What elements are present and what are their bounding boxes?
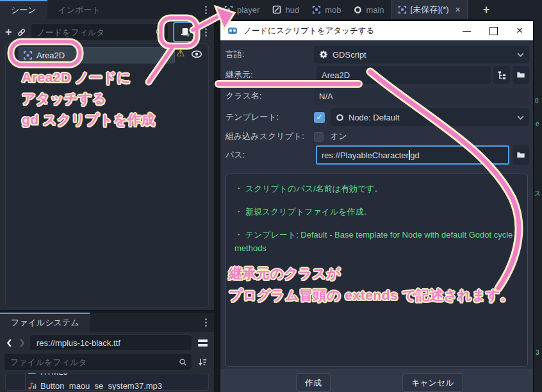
template-dropdown[interactable]: Node: Default [331, 108, 529, 126]
fs-display-mode-button[interactable] [195, 334, 210, 351]
file-filter [4, 353, 192, 371]
maximize-icon[interactable] [489, 27, 498, 35]
scene-tree-menu-icon[interactable] [201, 26, 210, 38]
filesystem-tree[interactable]: HTML5 Button_maou_se_system37.mp3 [5, 373, 209, 391]
filesystem-filter [4, 354, 210, 370]
attach-script-button[interactable] [173, 22, 197, 42]
hud-scene-icon [272, 5, 281, 14]
chevron-down-icon [517, 53, 524, 57]
sort-icon [198, 357, 208, 367]
cancel-button[interactable]: キャンセル [402, 373, 463, 392]
scene-dock-tabbar: シーン インポート [0, 0, 214, 19]
tree-row-folder-clipped[interactable]: HTML5 [6, 373, 208, 378]
template-checkbox[interactable]: ✓ [314, 112, 325, 123]
node-icon [336, 113, 344, 122]
path-breadcrumb-input[interactable] [35, 338, 186, 348]
dialog-footer: 作成 キャンセル [220, 369, 533, 392]
class-name-value-field: N/A [314, 88, 529, 104]
scene-dock-menu-icon[interactable] [201, 4, 210, 15]
tab-import[interactable]: インポート [47, 0, 111, 19]
code-fragment: e [536, 120, 539, 127]
add-node-button[interactable]: + [5, 26, 12, 38]
scene-tree-icon [497, 70, 507, 80]
tab-filesystem[interactable]: ファイルシステム [0, 313, 90, 332]
language-row: 言語: GDScript [226, 45, 529, 63]
scene-tab-unsaved[interactable]: [未保存](*) × [391, 0, 468, 19]
script-new-icon [179, 27, 190, 38]
scene-tab-mob[interactable]: mob [306, 0, 347, 19]
folder-icon [516, 151, 525, 159]
browse-class-button[interactable] [513, 66, 529, 84]
builtin-script-label: 組み込みスクリプト: [226, 131, 308, 142]
tab-label: hud [285, 5, 299, 15]
area2d-icon [23, 51, 33, 60]
gdscript-gear-icon [319, 50, 328, 59]
template-row: テンプレート: ✓ Node: Default [226, 108, 529, 126]
editor-background-strip: 0 e ス 3 [533, 19, 542, 392]
tree-row-audio-file[interactable]: Button_maou_se_system37.mp3 [6, 379, 208, 391]
class-name-label: クラス名: [226, 90, 314, 102]
dialog-titlebar[interactable]: ノードにスクリプトをアタッチする — × [220, 21, 533, 40]
inherits-input[interactable]: Area2D [316, 66, 491, 84]
scene-toolbar: + [5, 23, 210, 41]
tree-row-area2d[interactable]: Area2D [19, 47, 175, 63]
language-label: 言語: [226, 49, 314, 60]
filesystem-dock: ファイルシステム HTML5 [0, 313, 214, 392]
inherits-value: Area2D [322, 70, 350, 80]
visibility-eye-icon[interactable] [191, 50, 202, 58]
link-icon [17, 28, 26, 37]
area2d-icon [224, 5, 233, 14]
filesystem-menu-icon[interactable] [201, 316, 210, 328]
code-fragment: ス [534, 189, 541, 198]
folder-label: HTML5 [40, 373, 68, 377]
scene-tab-hud[interactable]: hud [266, 0, 306, 19]
tab-scene[interactable]: シーン [0, 0, 47, 19]
pick-node-button[interactable] [493, 66, 510, 84]
nav-back-icon[interactable] [4, 334, 14, 351]
create-button[interactable]: 作成 [296, 373, 331, 392]
tab-label: player [237, 5, 259, 15]
warning-icon[interactable]: ⚠ [176, 47, 185, 59]
instance-scene-button[interactable] [17, 28, 26, 37]
browse-path-button[interactable] [513, 145, 529, 165]
split-view-icon [198, 339, 208, 347]
folder-icon [28, 373, 37, 376]
scene-tab-player[interactable]: player [218, 0, 266, 19]
code-fragment: 3 [536, 349, 539, 356]
scene-tab-main[interactable]: main [347, 0, 390, 19]
template-value: Node: Default [349, 113, 400, 122]
code-fragment: 0 [535, 97, 539, 104]
minimize-icon[interactable]: — [463, 26, 471, 36]
node-filter-input[interactable] [36, 27, 151, 38]
inherits-row: 継承元: Area2D [226, 66, 529, 84]
new-scene-tab-button[interactable]: + [483, 3, 490, 17]
node-icon [354, 6, 362, 14]
template-label: テンプレート: [226, 111, 308, 123]
folder-icon [516, 70, 525, 79]
attach-script-dialog: ノードにスクリプトをアタッチする — × 言語: GDScript 継承元: A… [220, 21, 533, 392]
language-dropdown[interactable]: GDScript [314, 45, 529, 63]
path-breadcrumb [29, 334, 192, 351]
nav-forward-icon[interactable] [17, 334, 27, 351]
class-name-value: N/A [319, 92, 333, 101]
area2d-icon [398, 5, 407, 14]
tab-label: main [366, 5, 384, 15]
scene-tab-bar: player hud mob main [未保存](*) × + [215, 0, 542, 19]
node-filter [31, 23, 168, 41]
audio-file-icon [28, 381, 37, 390]
filesystem-tabbar: ファイルシステム [0, 313, 214, 332]
builtin-script-row: 組み込みスクリプト: オン [226, 130, 529, 143]
filesystem-nav [4, 334, 210, 351]
path-input[interactable]: res://PlayableCharactergd [316, 145, 509, 165]
tab-close-icon[interactable]: × [456, 4, 461, 15]
file-filter-input[interactable] [9, 357, 175, 368]
close-icon[interactable]: × [516, 24, 523, 37]
class-name-row: クラス名: N/A [226, 88, 529, 104]
inherits-label: 継承元: [226, 69, 314, 81]
builtin-script-checkbox[interactable] [314, 132, 324, 142]
fs-sort-button[interactable] [195, 354, 210, 370]
search-icon [179, 358, 187, 366]
audio-file-label: Button_maou_se_system37.mp3 [40, 381, 162, 391]
tab-label: mob [325, 5, 341, 15]
path-value-before: res://PlayableCharacter [322, 151, 409, 160]
